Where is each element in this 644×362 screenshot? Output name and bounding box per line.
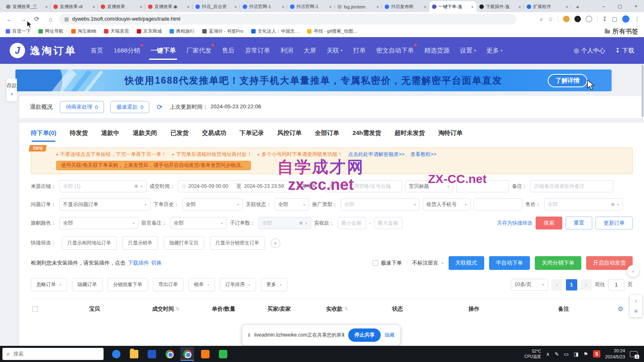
note-select[interactable]: 不标注留言 ▾ — [407, 259, 443, 267]
taskbar-app-chrome[interactable] — [163, 347, 176, 361]
back-icon[interactable]: ← — [4, 14, 15, 24]
float-widget[interactable]: ↑ ≡ — [630, 295, 642, 317]
sort-icon[interactable]: ⇅ — [344, 306, 348, 311]
quota-link[interactable]: 点击此处申请解密额度>> — [348, 151, 405, 158]
hide-share-bar-link[interactable]: 隐藏 — [385, 332, 394, 339]
suborder-select[interactable]: 全部 ▾ — [258, 217, 311, 229]
close-button[interactable]: × — [628, 0, 644, 12]
browser-tab[interactable]: 下载插件-逸 × — [477, 1, 524, 12]
bookmark-item[interactable]: 淘宝购物 — [71, 28, 96, 34]
browser-tab[interactable]: 抖店官网-1 × — [287, 1, 335, 12]
order-tab[interactable]: 待下单(0) — [31, 129, 56, 142]
table-column-header[interactable]: 成交时间 ⇅ — [134, 305, 197, 313]
bookmark-item[interactable]: 天猫直营 — [104, 28, 129, 34]
toolbar-button[interactable]: 隐藏订单 ▾ — [72, 278, 103, 291]
nav-item[interactable]: 1688分销 ▾ — [114, 38, 140, 64]
table-column-header[interactable]: 状态 ⇅ — [366, 305, 429, 313]
bookmark-item[interactable]: 百度一下 — [6, 28, 31, 34]
browser-tab[interactable]: 直播效果 × — [98, 1, 145, 12]
bookmarks-folder[interactable]: 所有书签 — [605, 27, 638, 36]
minimize-button[interactable]: – — [595, 0, 612, 12]
quick-filter-button[interactable]: 只显示分销密文订单 — [210, 236, 265, 250]
shop-select[interactable]: 全部 (1) ▾ — [59, 180, 146, 192]
add-quick-filter-button[interactable]: + — [271, 238, 280, 248]
order-tab[interactable]: 风控订单 — [277, 129, 301, 142]
tab-close-icon[interactable]: × — [93, 4, 95, 9]
order-tab[interactable]: 淘特订单 — [438, 129, 462, 142]
nav-item[interactable]: 密文自动下单 ▾ — [376, 38, 414, 64]
collapse-panel-button[interactable]: ‹ — [627, 265, 639, 277]
toolbar-button[interactable]: 分销批量下单 ▾ — [108, 278, 148, 291]
history-select[interactable]: 全部 ▾ — [182, 198, 243, 210]
notification-center-icon[interactable]: 1 — [630, 351, 638, 357]
quick-filter-button[interactable]: 隐藏打单宝贝 — [164, 236, 204, 250]
order-tab[interactable]: 退款中 — [101, 129, 119, 142]
bookmark-item[interactable]: 携程旅行 — [169, 28, 195, 34]
browser-tab[interactable]: 抖店发布商 × — [382, 1, 429, 12]
table-column-header[interactable]: 单价/数量 ⇅ — [197, 305, 250, 313]
scrollbar-thumb[interactable] — [642, 65, 644, 117]
mode-button[interactable]: 半自动下单 — [489, 256, 530, 270]
extensions-puzzle-icon[interactable] — [586, 16, 592, 22]
browser-tab[interactable]: 直播效果 ◉ × — [145, 1, 193, 12]
browser-tab[interactable]: 直播效果-di × — [51, 1, 98, 12]
taskbar-app-store[interactable] — [145, 347, 159, 361]
goto-page-input[interactable] — [608, 279, 625, 290]
tab-close-icon[interactable]: × — [471, 4, 474, 9]
order-no-input[interactable] — [325, 180, 402, 192]
browser-tab[interactable]: fxg.jinritem × — [335, 1, 382, 12]
downloads-icon[interactable]: ↧ — [602, 16, 607, 22]
tray-app-s-icon[interactable]: S — [593, 350, 600, 358]
bookmark-item[interactable]: 寻找 - gif搜索_动图… — [307, 28, 358, 34]
update-orders-button[interactable]: 更新订单 — [595, 217, 633, 229]
title-keyword-input[interactable] — [456, 180, 509, 192]
order-tab[interactable]: 超时未发货 — [394, 129, 425, 142]
user-center-link[interactable]: ◎ 个人中心 — [574, 47, 605, 55]
menu-kebab-icon[interactable]: ⋮ — [634, 16, 640, 22]
menu-list-icon[interactable]: ≡ — [634, 308, 638, 314]
refresh-icon[interactable]: ⟳ — [157, 103, 162, 112]
prev-page-button[interactable]: ‹ — [551, 279, 563, 290]
browser-tab[interactable]: 一键下单-逸 × — [429, 1, 477, 12]
order-tab[interactable]: 交易成功 — [202, 129, 226, 142]
pen-icon[interactable]: ✎ — [555, 351, 559, 357]
page-number-button[interactable]: 1 — [566, 279, 577, 290]
page-size-select[interactable]: 10条/页 ▾ — [511, 279, 548, 291]
switch-link[interactable]: 切换 — [151, 259, 162, 267]
nav-item[interactable]: 精选货源 ▾ — [424, 38, 449, 64]
brand-logo[interactable]: J — [10, 43, 25, 58]
problem-select[interactable]: 不显示问题订单 ▾ — [59, 198, 150, 210]
relation-select[interactable]: 全部 ▾ — [275, 198, 309, 210]
bookmark-item[interactable]: 京东商城 — [137, 28, 162, 34]
toolbar-button[interactable]: 订单排序 ▾ — [220, 278, 256, 291]
browser-tab[interactable]: 抖店官网-1 × — [240, 1, 287, 12]
nav-item[interactable]: 更多 ▾ — [487, 38, 503, 64]
nav-item[interactable]: 大屏 ▾ — [303, 38, 316, 64]
home-icon[interactable]: ⌂ — [45, 14, 56, 24]
stop-sharing-button[interactable]: 停止共享 — [348, 328, 381, 342]
quick-filter-button[interactable]: 只显示相同地址订单 — [62, 236, 117, 250]
title-select[interactable]: 宝贝标题 ▾ — [405, 180, 453, 192]
save-quick-filter-link[interactable]: 另存为快捷筛选 — [497, 220, 533, 227]
quick-filter-button[interactable]: 只显示锁单 — [123, 236, 158, 250]
toolbar-button[interactable]: 忽略订单 ▾ — [31, 278, 67, 291]
order-tab[interactable]: 全部订单 — [315, 129, 339, 142]
search-button[interactable]: 搜索 — [536, 217, 562, 229]
table-column-header[interactable]: 备注 ⇅ — [519, 305, 608, 313]
reload-icon[interactable]: ⟳ — [32, 14, 42, 24]
toolbar-button[interactable]: 锁单 ▾ — [189, 278, 215, 291]
reset-button[interactable]: 重置 — [566, 217, 592, 229]
paid-min-input[interactable] — [338, 217, 366, 229]
next-page-button[interactable]: › — [580, 279, 592, 290]
taskbar-app-orange[interactable] — [198, 347, 212, 361]
taskbar-search[interactable]: ⌕ — [2, 348, 104, 360]
refund-stat-button[interactable]: 待商家处理 0 — [60, 101, 104, 113]
paid-max-input[interactable] — [374, 217, 402, 229]
panel-icon[interactable]: ◨ — [574, 351, 578, 357]
tab-close-icon[interactable]: × — [519, 4, 521, 9]
select-all-checkbox[interactable] — [32, 306, 38, 312]
table-column-header[interactable]: 实收款 ⇅ — [308, 305, 366, 313]
side-drawer-tab[interactable]: 存款 › — [6, 78, 17, 101]
price-select[interactable]: 全部 ▾ — [544, 198, 623, 210]
tab-close-icon[interactable]: × — [45, 4, 48, 9]
